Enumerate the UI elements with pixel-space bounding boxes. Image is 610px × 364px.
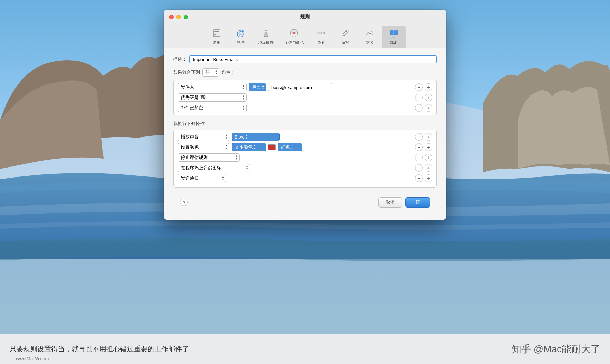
close-button[interactable] <box>169 15 174 19</box>
condition-row-1: 发件人 ▲▼ 包含 ▲▼ − + <box>178 83 432 91</box>
bottom-url: www.MacW.com <box>10 356 49 361</box>
action-type-2-label: 设置颜色 <box>181 144 224 150</box>
action-row-2: 设置颜色 ▲▼ 文本颜色 ▲▼ 红色 ▲▼ − + <box>178 143 432 151</box>
description-label: 描述： <box>173 56 187 62</box>
action-add-3-button[interactable]: + <box>425 154 432 161</box>
condition-field-3-label: 邮件已加密 <box>181 105 242 111</box>
accounts-icon: @ <box>235 28 246 39</box>
svg-rect-20 <box>10 357 14 360</box>
action-param-2b-select[interactable]: 红色 ▲▼ <box>278 143 302 151</box>
bottom-bar: 只要规则设置得当，就再也不用担心错过重要的工作邮件了。 知乎 @Mac能耐大了 … <box>0 334 610 364</box>
action-type-5-label: 发送通知 <box>181 175 221 181</box>
action-remove-4-button[interactable]: − <box>415 164 423 172</box>
cancel-button[interactable]: 取消 <box>378 197 402 208</box>
condition-add-3-button[interactable]: + <box>425 104 432 112</box>
view-icon <box>316 28 327 39</box>
svg-rect-3 <box>214 31 219 32</box>
action-type-4-label: 在程序坞上弹跳图标 <box>181 165 245 171</box>
action-param-1-select[interactable]: Blow ▲▼ <box>232 133 280 141</box>
action-type-3-label: 停止评估规则 <box>181 154 235 161</box>
toolbar-item-view[interactable]: 查看 <box>309 26 333 48</box>
general-icon <box>211 28 222 39</box>
help-button[interactable]: ? <box>180 199 188 206</box>
view-label: 查看 <box>317 40 325 45</box>
toolbar-item-compose[interactable]: 编写 <box>333 26 357 48</box>
action-row-4: 在程序坞上弹跳图标 ▲▼ − + <box>178 164 432 172</box>
condition-any-select[interactable]: 任一 ▲▼ <box>202 68 219 77</box>
action-remove-3-button[interactable]: − <box>415 154 423 161</box>
condition-row-3: 邮件已加密 ▲▼ − + <box>178 104 432 112</box>
condition-field-1-label: 发件人 <box>181 84 242 90</box>
action-type-2-select[interactable]: 设置颜色 ▲▼ <box>178 143 229 151</box>
toolbar-item-rules[interactable]: 规则 <box>382 26 406 48</box>
action-add-1-button[interactable]: + <box>425 133 432 141</box>
action-row-3: 停止评估规则 ▲▼ − + <box>178 153 432 162</box>
window-title: 规则 <box>300 14 310 20</box>
action-remove-1-button[interactable]: − <box>415 133 423 141</box>
condition-row-2: 优先级是"高" ▲▼ − + <box>178 93 432 102</box>
footer-buttons: 取消 好 <box>378 197 430 208</box>
svg-rect-4 <box>214 33 218 33</box>
svg-line-16 <box>343 34 345 35</box>
condition-remove-3-button[interactable]: − <box>415 104 423 112</box>
condition-add-1-button[interactable]: + <box>425 83 432 91</box>
action-add-4-button[interactable]: + <box>425 164 432 172</box>
svg-line-17 <box>346 31 347 32</box>
action-remove-2-button[interactable]: − <box>415 143 423 151</box>
compose-icon <box>340 28 351 39</box>
condition-operator-1-select[interactable]: 包含 ▲▼ <box>249 83 266 91</box>
title-bar: 规则 <box>164 10 446 23</box>
conditions-box: 发件人 ▲▼ 包含 ▲▼ − + 优先级是"高" ▲ <box>173 80 437 115</box>
action-param-2a-select[interactable]: 文本颜色 ▲▼ <box>232 143 266 151</box>
bottom-brand: 知乎 @Mac能耐大了 <box>512 343 600 356</box>
toolbar-item-general[interactable]: 通用 <box>205 26 229 48</box>
action-add-2-button[interactable]: + <box>425 143 432 151</box>
action-type-4-select[interactable]: 在程序坞上弹跳图标 ▲▼ <box>178 164 250 172</box>
maximize-button[interactable] <box>184 15 188 19</box>
condition-field-2-select[interactable]: 优先级是"高" ▲▼ <box>178 93 247 102</box>
url-text: www.MacW.com <box>16 356 49 361</box>
description-row: 描述： <box>173 55 437 63</box>
rules-label: 规则 <box>390 40 397 45</box>
condition-field-2-label: 优先级是"高" <box>181 94 242 101</box>
monitor-icon <box>10 356 14 361</box>
toolbar-item-signature[interactable]: 签名 <box>357 26 382 48</box>
toolbar-item-accounts[interactable]: @ 帐户 <box>229 26 253 48</box>
toolbar: 通用 @ 帐户 垃圾邮件 <box>164 23 446 48</box>
junk-label: 垃圾邮件 <box>258 40 274 45</box>
action-type-1-select[interactable]: 播放声音 ▲▼ <box>178 133 229 141</box>
action-type-1-label: 播放声音 <box>181 134 224 140</box>
condition-field-1-select[interactable]: 发件人 ▲▼ <box>178 83 247 91</box>
condition-remove-1-button[interactable]: − <box>415 83 423 91</box>
signature-icon <box>364 28 375 39</box>
condition-header: 如果符合下列 任一 ▲▼ 条件： <box>173 68 437 77</box>
action-remove-5-button[interactable]: − <box>415 174 423 182</box>
condition-remove-2-button[interactable]: − <box>415 94 423 101</box>
condition-prefix: 如果符合下列 <box>173 69 200 75</box>
compose-label: 编写 <box>342 40 349 45</box>
actions-box: 播放声音 ▲▼ Blow ▲▼ − + 设置颜色 ▲▼ <box>173 130 437 188</box>
svg-point-13 <box>319 33 320 34</box>
condition-add-2-button[interactable]: + <box>425 94 432 101</box>
condition-value-1-input[interactable] <box>268 83 332 91</box>
minimize-button[interactable] <box>176 15 181 19</box>
ok-button[interactable]: 好 <box>405 197 430 208</box>
condition-field-3-select[interactable]: 邮件已加密 ▲▼ <box>178 104 247 112</box>
signature-label: 签名 <box>366 40 373 45</box>
dialog-content: 描述： 如果符合下列 任一 ▲▼ 条件： 发件人 ▲▼ <box>164 48 446 220</box>
junk-icon <box>260 28 272 39</box>
action-type-5-select[interactable]: 发送通知 ▲▼ <box>178 174 226 182</box>
rules-icon <box>388 28 399 39</box>
condition-suffix: 条件： <box>222 69 235 75</box>
dialog-footer: ? 取消 好 <box>173 193 437 213</box>
action-type-3-select[interactable]: 停止评估规则 ▲▼ <box>178 153 240 162</box>
svg-point-15 <box>323 33 324 34</box>
toolbar-item-fonts[interactable]: 字体与颜色 <box>279 26 309 48</box>
window-controls <box>169 15 188 19</box>
svg-marker-19 <box>393 37 394 38</box>
action-add-5-button[interactable]: + <box>425 174 432 182</box>
color-swatch <box>268 144 276 150</box>
description-input[interactable] <box>189 55 437 63</box>
actions-label: 就执行下列操作： <box>173 121 437 127</box>
toolbar-item-junk[interactable]: 垃圾邮件 <box>253 26 279 48</box>
